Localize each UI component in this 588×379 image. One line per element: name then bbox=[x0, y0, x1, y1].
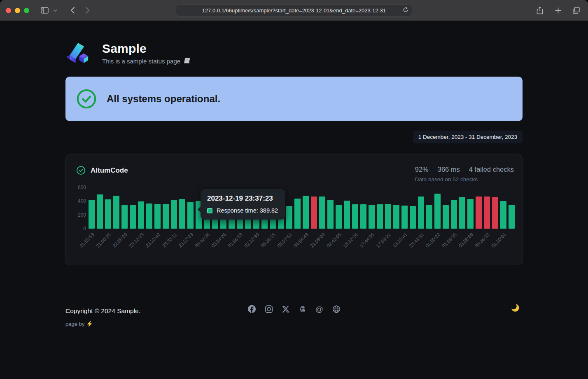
chart-bar[interactable] bbox=[467, 199, 474, 229]
chart-bar[interactable] bbox=[509, 205, 515, 229]
chart-bar[interactable] bbox=[344, 201, 350, 229]
address-bar[interactable]: 127.0.0.1/66uptime/s/sample/?start_date=… bbox=[176, 4, 412, 16]
chart-bar[interactable] bbox=[303, 196, 309, 229]
reload-icon[interactable] bbox=[403, 7, 408, 14]
tooltip-value: Response time: 389.82 bbox=[217, 207, 278, 214]
x-axis-label: 01:30:01 bbox=[490, 232, 507, 248]
chart-tooltip: 2023-12-19 23:37:23 Response time: 389.8… bbox=[201, 189, 285, 220]
chart-bar[interactable] bbox=[286, 206, 292, 229]
facebook-icon[interactable] bbox=[247, 304, 257, 313]
threads-icon[interactable] bbox=[298, 304, 307, 313]
chart-bar[interactable] bbox=[451, 200, 457, 229]
response-time-chart: 6004002000 2023-12-19 23:37:23 Response … bbox=[76, 187, 514, 259]
x-axis-label: 23:22:42 bbox=[145, 232, 161, 248]
minimize-window-button[interactable] bbox=[15, 8, 20, 13]
at-sign-icon[interactable]: @ bbox=[315, 304, 324, 313]
chart-bar[interactable] bbox=[97, 194, 103, 229]
chart-bar[interactable] bbox=[459, 197, 465, 229]
monitor-up-icon bbox=[76, 166, 86, 175]
chart-bar[interactable] bbox=[89, 200, 95, 229]
tab-overview-icon[interactable] bbox=[570, 4, 582, 16]
chart-bar[interactable] bbox=[311, 197, 317, 229]
x-axis-label: 02:12:30 bbox=[243, 232, 260, 248]
globe-icon[interactable] bbox=[332, 304, 341, 313]
status-page: Sample This is a sample status page bbox=[0, 21, 588, 379]
chart-bar[interactable] bbox=[476, 197, 482, 229]
chart-bar[interactable] bbox=[163, 204, 169, 229]
x-axis-label: 00:42:26 bbox=[194, 232, 210, 248]
y-axis-label: 600 bbox=[78, 185, 86, 190]
dark-mode-toggle[interactable] bbox=[510, 303, 520, 313]
x-axis-label: 05:57:51 bbox=[276, 232, 293, 248]
chevron-down-icon[interactable] bbox=[49, 4, 61, 16]
x-axis-label: 05:35:15 bbox=[260, 232, 276, 248]
chart-bar[interactable] bbox=[336, 205, 342, 229]
failed-checks-count: 4 failed checks bbox=[469, 166, 514, 173]
chart-bar[interactable] bbox=[377, 204, 383, 229]
x-axis-label: 23:43:31 bbox=[408, 232, 425, 248]
chart-bar[interactable] bbox=[187, 202, 194, 229]
instagram-icon[interactable] bbox=[264, 304, 273, 313]
zoom-window-button[interactable] bbox=[24, 8, 29, 13]
lightning-bolt-icon[interactable] bbox=[87, 321, 92, 327]
chart-bar[interactable] bbox=[121, 205, 128, 229]
chart-bar[interactable] bbox=[179, 199, 185, 229]
chart-bar[interactable] bbox=[385, 204, 391, 229]
x-axis-label: 15:32:16 bbox=[342, 232, 359, 248]
forward-button[interactable] bbox=[81, 4, 93, 16]
chart-bars bbox=[89, 187, 515, 229]
social-links: @ bbox=[247, 304, 341, 313]
chart-bar[interactable] bbox=[418, 197, 424, 229]
x-axis-label: 01:58:35 bbox=[441, 232, 457, 248]
chart-bar[interactable] bbox=[401, 206, 408, 229]
chart-bar[interactable] bbox=[492, 197, 498, 229]
chart-bar[interactable] bbox=[113, 196, 119, 229]
chart-bar[interactable] bbox=[434, 194, 441, 229]
status-banner: All systems operational. bbox=[65, 77, 523, 121]
site-logo-icon bbox=[65, 40, 91, 66]
tooltip-title: 2023-12-19 23:37:23 bbox=[207, 194, 278, 203]
x-axis-label: 04:54:43 bbox=[293, 232, 309, 248]
chart-bar[interactable] bbox=[146, 204, 152, 229]
chart-bar[interactable] bbox=[294, 199, 301, 229]
chart-bar[interactable] bbox=[369, 205, 375, 229]
chart-bar[interactable] bbox=[360, 204, 366, 229]
chart-bar[interactable] bbox=[154, 204, 161, 229]
new-tab-icon[interactable] bbox=[552, 4, 564, 16]
x-axis-label: 03:58:08 bbox=[457, 232, 474, 248]
close-window-button[interactable] bbox=[6, 8, 11, 13]
share-icon[interactable] bbox=[534, 4, 546, 16]
chart-bar[interactable] bbox=[138, 201, 144, 229]
chart-bar[interactable] bbox=[352, 204, 358, 229]
y-axis-label: 200 bbox=[78, 212, 86, 218]
x-axis-label: 03:54:26 bbox=[210, 232, 227, 248]
chart-bar[interactable] bbox=[393, 205, 399, 229]
page-title: Sample bbox=[102, 42, 191, 56]
chart-bar[interactable] bbox=[327, 200, 334, 229]
chart-bar[interactable] bbox=[410, 206, 416, 229]
chart-bar[interactable] bbox=[443, 205, 449, 229]
date-range-badge[interactable]: 1 December, 2023 - 31 December, 2023 bbox=[413, 131, 523, 143]
x-axis-label: 01:56:53 bbox=[227, 232, 243, 248]
chart-bar[interactable] bbox=[171, 200, 177, 229]
chart-x-axis: 21:53:5321:00:2522:55:2023:12:2323:22:42… bbox=[89, 229, 515, 259]
at-sign-glyph: @ bbox=[315, 305, 323, 313]
x-axis-label: 00:36:32 bbox=[474, 232, 490, 248]
x-axis-label: 17:53:21 bbox=[375, 232, 392, 248]
monitor-card: AltumCode 92% 366 ms 4 failed checks Dat… bbox=[65, 154, 523, 265]
x-axis-label: 22:55:20 bbox=[112, 232, 128, 248]
back-button[interactable] bbox=[66, 4, 79, 16]
average-response-time: 366 ms bbox=[438, 166, 460, 173]
x-axis-label: 17:44:35 bbox=[359, 232, 375, 248]
chart-bar[interactable] bbox=[484, 197, 490, 229]
chart-y-axis: 6004002000 bbox=[76, 187, 87, 229]
chart-bar[interactable] bbox=[500, 201, 506, 229]
x-axis-label: 23:37:23 bbox=[177, 232, 194, 248]
y-axis-label: 400 bbox=[78, 198, 86, 204]
x-icon[interactable] bbox=[281, 304, 290, 313]
laptop-emoji-icon bbox=[183, 58, 191, 64]
chart-bar[interactable] bbox=[426, 205, 432, 229]
chart-bar[interactable] bbox=[130, 205, 136, 229]
chart-bar[interactable] bbox=[105, 199, 111, 229]
chart-bar[interactable] bbox=[319, 197, 325, 229]
